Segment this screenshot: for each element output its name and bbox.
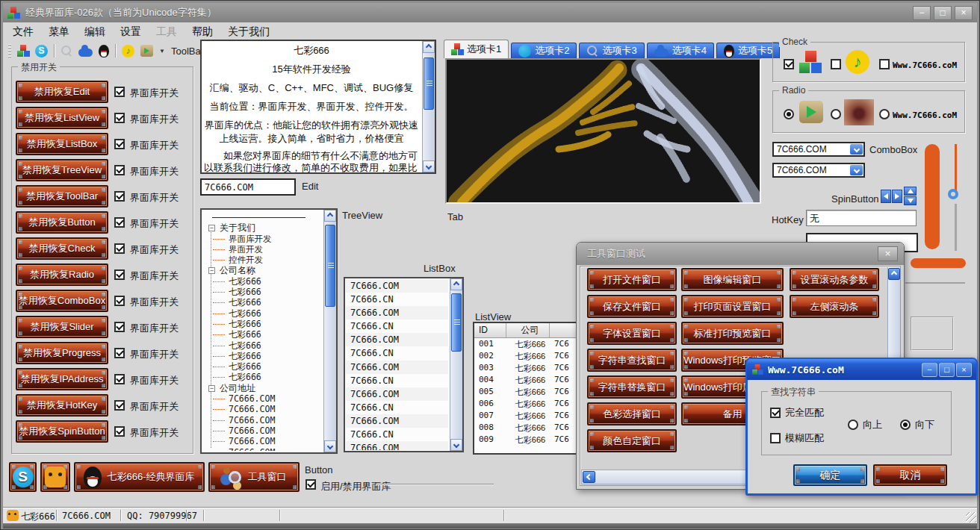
ok-button[interactable]: 确定: [793, 464, 867, 486]
tool-dialog-button[interactable]: 字符串替换窗口: [587, 375, 677, 399]
listview-row[interactable]: 005 七彩666 7C6: [474, 386, 589, 398]
info-scrollbar[interactable]: [422, 41, 435, 172]
tree-node[interactable]: 七彩666: [203, 287, 322, 297]
listbox-item[interactable]: 7C666.COM: [346, 387, 448, 401]
tree-scrollbar[interactable]: [323, 210, 336, 452]
listbox-item[interactable]: 7C666.COM: [346, 414, 448, 428]
scroll-up-icon[interactable]: [324, 210, 336, 222]
scroll-up-icon[interactable]: [450, 278, 462, 290]
tree-collapse-icon[interactable]: [208, 225, 215, 231]
tree-collapse-icon[interactable]: [208, 385, 215, 392]
scroll-left-icon[interactable]: [583, 471, 595, 483]
ui-switch-checkbox[interactable]: [114, 243, 125, 254]
listbox-item[interactable]: 7C666.CN: [346, 293, 448, 306]
listview-row[interactable]: 006 七彩666 7C6: [474, 398, 589, 410]
tree-node[interactable]: 七彩666: [203, 351, 322, 361]
listbox-item[interactable]: 7C666.COM: [346, 361, 448, 374]
radio-text[interactable]: [879, 109, 890, 119]
menu-item[interactable]: 设置: [113, 24, 149, 40]
maximize-button[interactable]: □: [934, 6, 952, 20]
scroll-thumb[interactable]: [424, 57, 434, 110]
listbox-item[interactable]: 7C666.COM: [346, 333, 448, 346]
listbox-item[interactable]: 7C666.COM: [346, 279, 448, 293]
ui-switch-checkbox[interactable]: [114, 400, 125, 411]
music-icon[interactable]: ♪: [122, 45, 134, 57]
listbox-item[interactable]: 7C666.CN: [346, 401, 448, 414]
video-icon[interactable]: [140, 45, 153, 57]
ui-switch-checkbox[interactable]: [114, 348, 125, 358]
tree-node[interactable]: 七彩666: [203, 329, 322, 340]
listview-row[interactable]: 001 七彩666 7C6: [474, 338, 589, 350]
tab[interactable]: 选项卡2: [511, 43, 577, 58]
listbox-item[interactable]: 7C666.CN: [346, 319, 448, 333]
check-text-checkbox[interactable]: [879, 59, 890, 69]
spin-down-icon[interactable]: [904, 196, 917, 205]
scroll-up-icon[interactable]: [423, 41, 435, 53]
tree-node[interactable]: 七彩666: [203, 276, 322, 287]
ui-switch-checkbox[interactable]: [114, 322, 125, 332]
disable-restore-button[interactable]: 禁用恢复Check: [16, 237, 108, 260]
ui-switch-checkbox[interactable]: [114, 87, 125, 97]
disable-restore-button[interactable]: 禁用恢复Button: [16, 211, 108, 234]
tree-node[interactable]: 界面开发: [203, 244, 322, 255]
direction-down-radio[interactable]: [900, 420, 911, 430]
maximize-button[interactable]: □: [939, 363, 955, 377]
combobox-dropdown-icon[interactable]: [850, 165, 863, 175]
listbox-item[interactable]: 7C666.CN: [346, 346, 448, 360]
check-mfc-checkbox[interactable]: [784, 59, 794, 69]
skype-icon[interactable]: S: [35, 45, 48, 57]
tool-window-titlebar[interactable]: 工具窗口测试 ×: [577, 243, 904, 265]
tool-dialog-button[interactable]: 保存文件窗口: [587, 295, 677, 318]
qq-icon[interactable]: [99, 45, 109, 57]
listview-row[interactable]: 004 七彩666 7C6: [474, 374, 589, 386]
toolbar-gripper[interactable]: [8, 44, 11, 57]
listview-row[interactable]: 008 七彩666 7C6: [474, 422, 589, 434]
tree-node[interactable]: 7C666.COM: [203, 415, 322, 425]
ui-switch-checkbox[interactable]: [114, 426, 125, 437]
listbox-item[interactable]: 7C666.COM: [346, 306, 448, 319]
tree-node[interactable]: 七彩666: [203, 297, 322, 308]
tool-dialog-button[interactable]: 颜色自定窗口: [587, 429, 677, 452]
disable-restore-button[interactable]: 禁用恢复ComboBox: [16, 290, 108, 312]
menu-item[interactable]: 帮助: [184, 24, 220, 40]
tree-node[interactable]: 7C666.COM: [203, 436, 322, 446]
title-bar[interactable]: 经典界面库-026款（当前为Unicode字符集） − □ ×: [3, 3, 977, 22]
cancel-button[interactable]: 取消: [873, 464, 947, 486]
tree-node[interactable]: 七彩666: [203, 319, 322, 329]
tool-dialog-button[interactable]: 图像编辑窗口: [681, 268, 784, 291]
disable-restore-button[interactable]: 禁用恢复ListBox: [16, 133, 108, 155]
toolbar-dropdown-icon[interactable]: ▼: [159, 48, 165, 54]
disable-restore-button[interactable]: 禁用恢复Progress: [16, 342, 108, 364]
scroll-down-icon[interactable]: [324, 440, 336, 452]
tree-node[interactable]: 关于我们: [203, 222, 322, 233]
tab[interactable]: 选项卡5: [716, 43, 780, 58]
ui-switch-checkbox[interactable]: [114, 165, 125, 175]
tool-dialog-button[interactable]: 色彩选择窗口: [587, 402, 677, 425]
check-music-checkbox[interactable]: [831, 59, 841, 69]
disable-restore-button[interactable]: 禁用恢复IPAddress: [16, 368, 108, 390]
disable-restore-button[interactable]: 禁用恢复Slider: [16, 316, 108, 338]
scroll-down-icon[interactable]: [450, 439, 462, 451]
ui-switch-checkbox[interactable]: [114, 269, 125, 280]
horizontal-slider-track[interactable]: [905, 282, 965, 284]
listbox-item[interactable]: 7C666.COM: [346, 441, 448, 450]
tab[interactable]: 选项卡1: [444, 40, 509, 58]
tree-node[interactable]: 7C666.COM: [203, 425, 322, 436]
tool-dialog-button[interactable]: 设置滚动条参数: [790, 268, 879, 291]
menu-item[interactable]: 工具: [149, 24, 184, 40]
ui-switch-checkbox[interactable]: [114, 139, 125, 149]
ui-switch-checkbox[interactable]: [114, 217, 125, 228]
listbox[interactable]: 7C666.COM7C666.CN7C666.COM7C666.CN7C666.…: [344, 277, 464, 452]
skype-button[interactable]: S: [9, 462, 37, 492]
find-dialog[interactable]: Www.7C666.coM − □ × 查找字符串 完全匹配 模糊匹配 向上 向…: [745, 358, 978, 496]
disable-restore-button[interactable]: 禁用恢复HotKey: [16, 394, 108, 417]
column-header[interactable]: ID: [474, 323, 506, 337]
search-icon[interactable]: [61, 45, 72, 57]
resize-grip[interactable]: [966, 512, 976, 523]
menu-item[interactable]: 文件: [5, 24, 41, 40]
tree-collapse-icon[interactable]: [208, 267, 215, 274]
disable-restore-button[interactable]: 禁用恢复Edit: [16, 81, 108, 103]
spin-up-icon[interactable]: [904, 187, 917, 196]
tree-node[interactable]: 7C666.COM: [203, 447, 322, 451]
info-edit[interactable]: 七彩66615年软件开发经验汇编、驱动、C、C++、MFC、调试、BUG修复当前…: [200, 40, 436, 174]
